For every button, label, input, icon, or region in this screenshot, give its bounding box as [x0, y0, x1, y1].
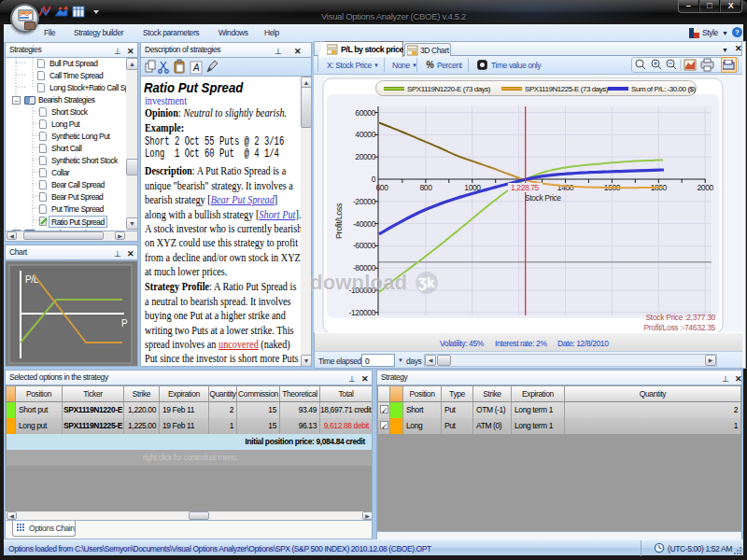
svg-text:A: A [192, 63, 200, 73]
svg-text:-40000: -40000 [353, 219, 376, 229]
svg-text:-60000: -60000 [353, 241, 376, 250]
svg-text:-120000: -120000 [349, 308, 376, 317]
svg-text:60000: 60000 [355, 108, 375, 118]
svg-text:Profit/Loss :-74632.35: Profit/Loss :-74632.35 [643, 323, 715, 332]
svg-text:1400: 1400 [557, 183, 574, 192]
svg-text:1,228.75: 1,228.75 [511, 183, 540, 192]
svg-text:40000: 40000 [355, 130, 375, 139]
svg-text:2000: 2000 [698, 183, 714, 192]
svg-text:800: 800 [420, 183, 433, 192]
svg-text:-20000: -20000 [353, 197, 376, 206]
svg-text:Stock Price: Stock Price [525, 193, 561, 203]
svg-text:Profit/Loss: Profit/Loss [334, 203, 344, 239]
svg-text:20000: 20000 [355, 152, 375, 161]
svg-text:P: P [121, 318, 128, 329]
svg-text:Stock Price :2,377.30: Stock Price :2,377.30 [646, 313, 716, 322]
